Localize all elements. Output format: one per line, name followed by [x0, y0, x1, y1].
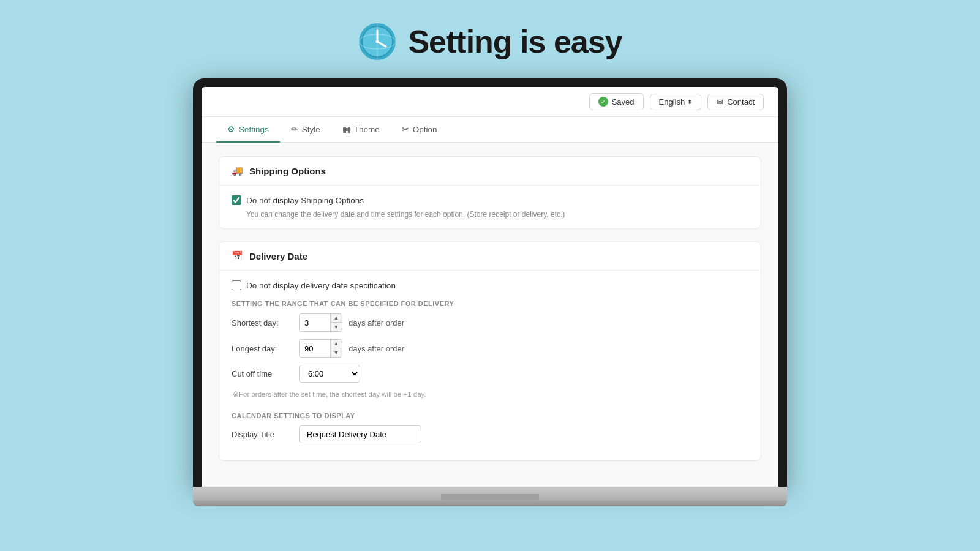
- longest-day-unit: days after order: [349, 344, 404, 353]
- shortest-day-row: Shortest day: ▲ ▼ days after order: [232, 313, 748, 332]
- shortest-day-input-wrap: ▲ ▼: [299, 313, 342, 332]
- tab-option-label: Option: [413, 125, 437, 134]
- range-section-label: SETTING THE RANGE THAT CAN BE SPECIFIED …: [232, 300, 748, 307]
- chevron-icon: ⬍: [687, 99, 692, 105]
- delivery-section-title: Delivery Date: [249, 251, 307, 261]
- tab-style-label: Style: [302, 125, 320, 134]
- laptop-screen-outer: ✓ Saved English ⬍ ✉ Contact ⚙: [193, 78, 787, 487]
- longest-day-input-wrap: ▲ ▼: [299, 339, 342, 358]
- top-bar: ✓ Saved English ⬍ ✉ Contact: [202, 87, 778, 117]
- longest-day-down[interactable]: ▼: [331, 348, 342, 357]
- calendar-section-label: CALENDAR SETTINGS TO DISPLAY: [232, 412, 748, 419]
- language-button[interactable]: English ⬍: [650, 94, 702, 110]
- page-title: Setting is easy: [408, 23, 622, 60]
- envelope-icon: ✉: [717, 97, 723, 107]
- shipping-checkbox-row: Do not display Shipping Options: [232, 195, 748, 205]
- contact-button[interactable]: ✉ Contact: [707, 94, 764, 110]
- nav-tabs: ⚙ Settings ✏ Style ▦ Theme ✂ Option: [202, 117, 778, 143]
- delivery-section-header: 📅 Delivery Date: [219, 242, 761, 271]
- main-panel: 🚚 Shipping Options Do not display Shippi…: [202, 143, 778, 487]
- saved-label: Saved: [612, 97, 635, 107]
- palette-icon: ▦: [342, 124, 350, 134]
- display-title-input[interactable]: [299, 425, 421, 443]
- delivery-checkbox-row: Do not display delivery date specificati…: [232, 280, 748, 290]
- cutoff-label: Cut off time: [232, 369, 293, 378]
- cutoff-note: ※For orders after the set time, the shor…: [233, 390, 748, 399]
- display-title-row: Display Title: [232, 425, 748, 443]
- shortest-day-label: Shortest day:: [232, 318, 293, 328]
- delivery-date-section: 📅 Delivery Date Do not display delivery …: [219, 241, 761, 461]
- longest-day-input[interactable]: [300, 340, 330, 357]
- cutoff-select[interactable]: 6:00 7:00 8:00: [299, 365, 360, 383]
- cutoff-row: Cut off time 6:00 7:00 8:00: [232, 365, 748, 383]
- tab-option[interactable]: ✂ Option: [391, 117, 448, 143]
- app-content: ✓ Saved English ⬍ ✉ Contact ⚙: [202, 87, 778, 487]
- gear-icon-tab: ⚙: [227, 124, 235, 134]
- longest-day-row: Longest day: ▲ ▼ days after order: [232, 339, 748, 358]
- tab-settings-label: Settings: [239, 125, 269, 134]
- tab-style[interactable]: ✏ Style: [280, 117, 331, 143]
- shipping-section-title: Shipping Options: [249, 166, 326, 176]
- shortest-day-input[interactable]: [300, 314, 330, 331]
- saved-check-icon: ✓: [598, 97, 608, 107]
- language-label: English: [659, 97, 685, 107]
- shipping-checkbox-label[interactable]: Do not display Shipping Options: [246, 196, 364, 205]
- shortest-day-down[interactable]: ▼: [331, 323, 342, 331]
- shortest-day-unit: days after order: [349, 318, 404, 328]
- truck-icon: 🚚: [232, 165, 243, 176]
- shipping-section-body: Do not display Shipping Options You can …: [219, 186, 761, 228]
- shipping-section-header: 🚚 Shipping Options: [219, 157, 761, 186]
- delivery-checkbox[interactable]: [232, 280, 241, 290]
- saved-button[interactable]: ✓ Saved: [589, 93, 644, 110]
- scissors-icon: ✂: [402, 124, 409, 134]
- contact-label: Contact: [727, 97, 755, 107]
- calendar-icon: 📅: [232, 250, 243, 261]
- laptop-screen-inner: ✓ Saved English ⬍ ✉ Contact ⚙: [202, 87, 778, 487]
- shortest-day-spinner: ▲ ▼: [330, 314, 342, 331]
- tab-theme-label: Theme: [354, 125, 380, 134]
- display-title-label: Display Title: [232, 430, 293, 439]
- shipping-checkbox[interactable]: [232, 195, 241, 205]
- delivery-section-body: Do not display delivery date specificati…: [219, 271, 761, 460]
- header-clock-icon: [358, 22, 397, 61]
- page-header: Setting is easy: [358, 22, 622, 61]
- laptop-container: ✓ Saved English ⬍ ✉ Contact ⚙: [193, 78, 787, 506]
- shipping-options-section: 🚚 Shipping Options Do not display Shippi…: [219, 156, 761, 229]
- brush-icon: ✏: [291, 124, 298, 134]
- shortest-day-up[interactable]: ▲: [331, 314, 342, 323]
- longest-day-spinner: ▲ ▼: [330, 340, 342, 357]
- tab-theme[interactable]: ▦ Theme: [331, 117, 391, 143]
- longest-day-label: Longest day:: [232, 344, 293, 353]
- laptop-base: [193, 487, 787, 500]
- longest-day-up[interactable]: ▲: [331, 340, 342, 348]
- tab-settings[interactable]: ⚙ Settings: [216, 117, 280, 143]
- shipping-help-text: You can change the delivery date and tim…: [246, 210, 748, 219]
- laptop-bottom: [193, 500, 787, 506]
- delivery-checkbox-label[interactable]: Do not display delivery date specificati…: [246, 281, 396, 290]
